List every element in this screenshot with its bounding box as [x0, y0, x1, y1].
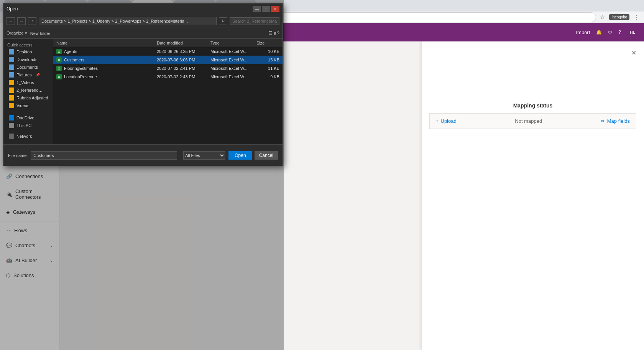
upload-label: Upload — [441, 118, 457, 124]
network-icon — [9, 134, 14, 139]
upload-button[interactable]: ↑ Upload — [436, 118, 457, 124]
map-fields-label: Map fields — [607, 118, 630, 124]
bell-icon[interactable]: 🔔 — [596, 30, 602, 35]
organize-chevron-icon: ▾ — [25, 31, 27, 35]
file-row-customers[interactable]: X Customers 2020-07-06 6:06 PM Microsoft… — [53, 56, 283, 64]
close-dialog-button[interactable]: ✕ — [271, 6, 279, 12]
organize-label: Organize — [7, 31, 24, 35]
up-nav-button[interactable]: ↑ — [28, 17, 36, 25]
pinned-icon: 📌 — [36, 73, 40, 77]
filename-label: File name: — [8, 153, 28, 158]
sidebar-2ref[interactable]: 2_ReferenceMaterials — [3, 86, 53, 94]
file-row-agents[interactable]: X Agents 2020-06-26 3:25 PM Microsoft Ex… — [53, 47, 283, 56]
sidebar-rubrics[interactable]: Rubrics Adjusted — [3, 94, 53, 102]
mapping-row: ↑ Upload Not mapped ✏ Map fields — [429, 113, 636, 129]
flooring-name: FlooringEstimates — [64, 66, 98, 71]
incognito-badge: Incognito — [609, 14, 629, 20]
col-date[interactable]: Date modified — [157, 41, 210, 45]
1videos-label: 1_Videos — [16, 80, 34, 85]
details-view-button[interactable]: ≡ — [273, 31, 276, 36]
filetype-select[interactable]: All Files — [183, 151, 225, 160]
new-folder-label: New folder — [30, 31, 51, 36]
downloads-icon — [9, 57, 14, 62]
refresh-nav-button[interactable]: ↻ — [219, 17, 227, 25]
col-type[interactable]: Type — [210, 41, 256, 45]
dialog-search-input[interactable] — [230, 17, 279, 25]
documents-icon — [9, 64, 14, 70]
dialog-toolbar: ← → ↑ Documents > 1_Projects > 1_Udemy >… — [3, 14, 283, 28]
sidebar-pictures[interactable]: Pictures 📌 — [3, 71, 53, 79]
location-name: LocationRevenue — [64, 74, 97, 79]
documents-label: Documents — [16, 65, 38, 69]
filename-input[interactable] — [31, 151, 177, 160]
pictures-icon — [9, 72, 14, 78]
settings-icon[interactable]: ⚙ — [608, 30, 612, 35]
onedrive-icon — [9, 115, 14, 121]
close-panel-button[interactable]: ✕ — [631, 49, 636, 56]
file-row-location[interactable]: X LocationRevenue 2020-07-02 2:43 PM Mic… — [53, 73, 283, 81]
open-button[interactable]: Open — [228, 151, 252, 160]
downloads-label: Downloads — [16, 57, 37, 62]
bookmark-button[interactable]: ☆ — [598, 13, 607, 22]
excel-icon-flooring: X — [56, 66, 62, 71]
new-folder-button[interactable]: New folder — [30, 31, 51, 36]
cancel-button[interactable]: Cancel — [255, 151, 278, 160]
map-fields-button[interactable]: ✏ Map fields — [601, 118, 630, 124]
this-pc-icon — [9, 123, 14, 128]
minimize-button[interactable]: — — [253, 6, 261, 12]
quick-access-header: Quick access — [3, 41, 53, 48]
import-button[interactable]: Import — [576, 30, 590, 35]
sidebar-videos[interactable]: Videos — [3, 102, 53, 109]
file-list-header: Name Date modified Type Size — [53, 39, 283, 47]
panel-close-row: ✕ — [429, 49, 636, 56]
sidebar-downloads[interactable]: Downloads — [3, 56, 53, 63]
sidebar-onedrive[interactable]: OneDrive — [3, 114, 53, 122]
customers-date: 2020-07-06 6:06 PM — [157, 58, 210, 62]
avatar: HL — [627, 27, 638, 38]
flooring-type: Microsoft Excel W... — [210, 66, 256, 71]
sidebar-desktop[interactable]: Desktop — [3, 48, 53, 56]
agents-size: 10 KB — [256, 49, 279, 54]
footer-buttons: Open Cancel — [228, 151, 278, 160]
import-panel: ✕ Mapping status ↑ Upload Not mapped ✏ M… — [422, 41, 644, 350]
location-size: 9 KB — [256, 74, 279, 79]
file-row-flooring[interactable]: X FlooringEstimates 2020-07-02 2:41 PM M… — [53, 64, 283, 73]
maximize-button[interactable]: □ — [262, 6, 270, 12]
quick-access-section: Quick access Desktop Downloads Documents… — [3, 41, 53, 109]
help-view-button[interactable]: ? — [277, 31, 279, 36]
2ref-label: 2_ReferenceMaterials — [16, 88, 43, 92]
col-size[interactable]: Size — [256, 41, 279, 45]
window-buttons: — □ ✕ — [253, 6, 279, 12]
videos-icon — [9, 103, 14, 108]
forward-nav-button[interactable]: → — [17, 17, 26, 25]
organize-button[interactable]: Organize ▾ — [7, 31, 27, 36]
dialog-file-list: Name Date modified Type Size X Agents 20… — [53, 39, 283, 144]
sidebar-1videos[interactable]: 1_Videos — [3, 79, 53, 86]
videos-label: Videos — [16, 103, 29, 108]
dialog-body: Quick access Desktop Downloads Documents… — [3, 39, 283, 144]
network-label: Network — [16, 134, 32, 139]
excel-icon-location: X — [56, 74, 62, 79]
breadcrumb[interactable]: Documents > 1_Projects > 1_Udemy > 2_Pow… — [39, 17, 217, 25]
list-view-button[interactable]: ☰ — [268, 31, 273, 36]
agents-type: Microsoft Excel W... — [210, 49, 256, 54]
browser-actions: ☆ Incognito ⋮ — [598, 13, 641, 22]
dialog-footer: File name: All Files Open Cancel — [3, 144, 283, 166]
dialog-sidebar: Quick access Desktop Downloads Documents… — [3, 39, 53, 144]
help-icon[interactable]: ? — [618, 30, 621, 35]
col-name[interactable]: Name — [56, 41, 157, 45]
sidebar-documents[interactable]: Documents — [3, 63, 53, 71]
excel-icon-customers: X — [56, 57, 62, 63]
location-date: 2020-07-02 2:43 PM — [157, 74, 210, 79]
pictures-label: Pictures — [16, 73, 32, 77]
menu-button[interactable]: ⋮ — [632, 13, 641, 22]
flooring-date: 2020-07-02 2:41 PM — [157, 66, 210, 71]
excel-icon-agents: X — [56, 49, 62, 54]
sidebar-network[interactable]: Network — [3, 132, 53, 140]
sidebar-this-pc[interactable]: This PC — [3, 122, 53, 129]
pa-header-right: Import 🔔 ⚙ ? HL — [576, 27, 638, 38]
2ref-icon — [9, 88, 14, 93]
this-pc-label: This PC — [16, 123, 31, 128]
back-nav-button[interactable]: ← — [7, 17, 15, 25]
upload-icon: ↑ — [436, 118, 439, 124]
